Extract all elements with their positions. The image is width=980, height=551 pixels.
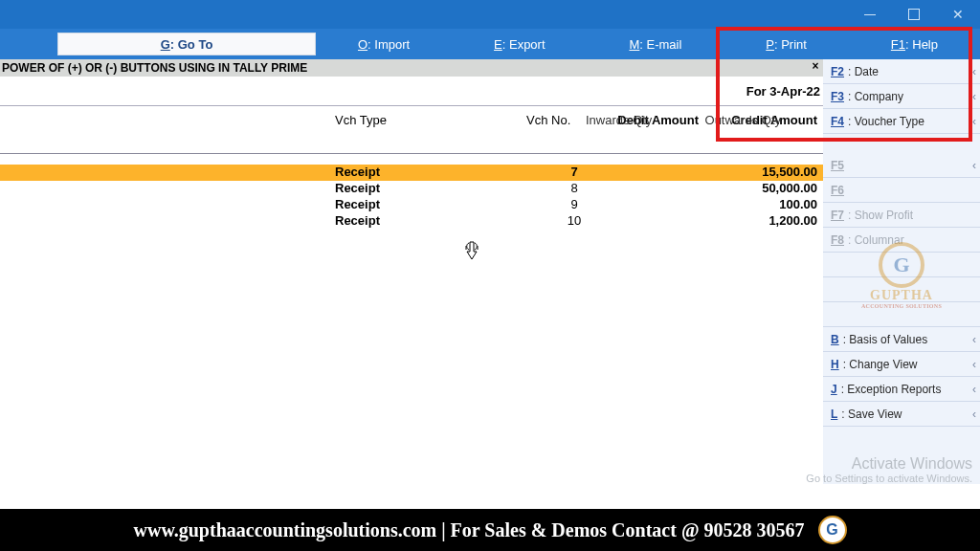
cell-vch-type: Receipt (335, 197, 380, 211)
menu-help[interactable]: F1: Help (891, 37, 938, 52)
exception-reports-button[interactable]: J: Exception Reports (823, 377, 980, 402)
goto-key: G (161, 37, 170, 52)
f-blank (823, 253, 980, 277)
f4-voucher-type-button[interactable]: F4: Voucher Type (823, 109, 980, 134)
cell-credit: 100.00 (702, 197, 817, 211)
main-menu-bar: G: Go To O: Import E: Export M: E-mail P… (0, 29, 980, 59)
cell-vch-no: 7 (555, 165, 593, 179)
window-close-button[interactable] (936, 0, 980, 29)
footer-text: www.gupthaaccountingsolutions.com | For … (134, 519, 805, 541)
change-view-button[interactable]: H: Change View (823, 352, 980, 377)
f8-columnar-button: F8: Columnar (823, 228, 980, 253)
menu-import[interactable]: O: Import (358, 37, 410, 52)
menu-export[interactable]: E: Export (494, 37, 545, 52)
f5-button: F5 (823, 153, 980, 178)
voucher-list: Receipt 7 15,500.00 Receipt 8 50,000.00 … (0, 165, 823, 230)
col-outwards-qty: Outwards Qty (705, 113, 781, 127)
divider (0, 105, 823, 106)
goto-button[interactable]: G: Go To (57, 33, 316, 55)
menu-email[interactable]: M: E-mail (629, 37, 681, 52)
column-header-row: Vch Type Vch No. Debit Amount Credit Amo… (0, 113, 823, 147)
cell-credit: 50,000.00 (702, 181, 817, 195)
divider (0, 153, 823, 154)
col-vch-type: Vch Type (335, 113, 387, 127)
f2-date-button[interactable]: F2: Date (823, 59, 980, 84)
cell-credit: 15,500.00 (702, 165, 817, 179)
window-titlebar (0, 0, 980, 29)
f6-button: F6 (823, 178, 980, 203)
table-row[interactable]: Receipt 10 1,200.00 (0, 213, 823, 230)
report-title: POWER OF (+) OR (-) BUTTONS USING IN TAL… (0, 59, 823, 77)
f3-company-button[interactable]: F3: Company (823, 84, 980, 109)
basis-of-values-button[interactable]: B: Basis of Values (823, 327, 980, 352)
spacer (823, 134, 980, 153)
footer-bar: www.gupthaaccountingsolutions.com | For … (0, 509, 980, 551)
table-row[interactable]: Receipt 7 15,500.00 (0, 165, 823, 181)
footer-logo-icon: G (818, 516, 847, 544)
window-minimize-button[interactable] (848, 0, 892, 29)
save-view-button[interactable]: L: Save View (823, 402, 980, 427)
window-maximize-button[interactable] (892, 0, 936, 29)
function-key-panel: F2: Date F3: Company F4: Voucher Type F5… (823, 59, 980, 484)
date-label: For 3-Apr-22 (713, 80, 820, 103)
cursor-icon (464, 241, 479, 260)
cell-credit: 1,200.00 (702, 213, 817, 228)
table-row[interactable]: Receipt 8 50,000.00 (0, 181, 823, 197)
col-vch-no: Vch No. (526, 113, 570, 127)
cell-vch-type: Receipt (335, 213, 380, 228)
goto-label: : Go To (170, 37, 213, 52)
panel-close-icon[interactable]: × (808, 59, 823, 77)
f7-show-profit-button: F7: Show Profit (823, 203, 980, 228)
f-blank (823, 277, 980, 302)
menu-print[interactable]: P: Print (766, 37, 807, 52)
f-blank (823, 302, 980, 327)
col-inwards-qty: Inwards Qty (586, 113, 652, 127)
table-row[interactable]: Receipt 9 100.00 (0, 197, 823, 213)
cell-vch-no: 10 (555, 213, 593, 228)
cell-vch-type: Receipt (335, 181, 380, 195)
cell-vch-type: Receipt (335, 165, 380, 179)
cell-vch-no: 8 (555, 181, 593, 195)
cell-vch-no: 9 (555, 197, 593, 211)
